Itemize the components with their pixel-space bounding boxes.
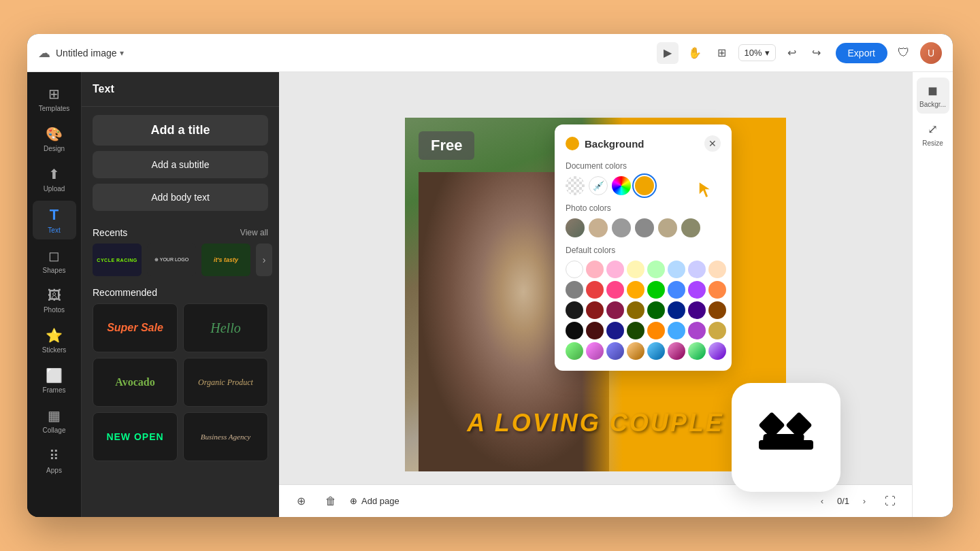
recent-item-its-tasty[interactable]: it's tasty	[201, 244, 250, 276]
default-black2[interactable]	[566, 322, 583, 339]
default-bright-orange[interactable]	[647, 322, 665, 339]
bg-close-button[interactable]: ✕	[704, 135, 721, 152]
add-subtitle-button[interactable]: Add a subtitle	[93, 151, 268, 178]
sidebar-item-frames[interactable]: ⬜ Frames	[33, 362, 76, 399]
default-grad-amber[interactable]	[627, 342, 644, 360]
default-grad-blue[interactable]	[606, 342, 624, 360]
add-page-button[interactable]: ⊕ Add page	[350, 496, 399, 506]
rec-item-super-sale[interactable]: Super Sale	[93, 303, 178, 352]
photo-swatch-3[interactable]	[635, 218, 654, 237]
transparent-swatch[interactable]	[566, 176, 585, 195]
export-button[interactable]: Export	[836, 43, 887, 63]
recents-next-button[interactable]: ›	[256, 244, 272, 276]
orange-swatch[interactable]	[635, 176, 654, 195]
rec-item-hello[interactable]: Hello	[183, 303, 268, 352]
right-panel-resize[interactable]: ⤢ Resize	[917, 116, 949, 152]
sidebar-item-collage[interactable]: ▦ Collage	[33, 402, 76, 439]
default-grad-lime[interactable]	[688, 342, 706, 360]
default-yellow-light[interactable]	[627, 261, 644, 278]
default-grad-pink[interactable]	[586, 342, 604, 360]
layout-button[interactable]: ⊞	[711, 42, 733, 64]
default-orange-light[interactable]	[708, 261, 726, 278]
default-black[interactable]	[566, 301, 583, 319]
default-gold[interactable]	[708, 322, 726, 339]
default-dark-orange[interactable]	[708, 301, 726, 319]
sidebar-item-design[interactable]: 🎨 Design	[33, 120, 76, 158]
default-orange[interactable]	[708, 281, 726, 299]
default-rose-light[interactable]	[606, 261, 624, 278]
recent-item-your-logo[interactable]: ⊕ YOUR LOGO	[147, 244, 196, 276]
default-forest[interactable]	[627, 322, 644, 339]
eyedropper-button[interactable]: 💉	[589, 176, 608, 195]
right-panel-background[interactable]: ◼ Backgr...	[917, 78, 949, 114]
default-hot-pink[interactable]	[606, 281, 624, 299]
default-dark-green[interactable]	[647, 301, 665, 319]
default-red[interactable]	[586, 281, 604, 299]
design-label: Design	[44, 145, 65, 152]
canvas-main-text[interactable]: A LOVING COUPLE	[405, 409, 786, 437]
canvas-delete-button[interactable]: 🗑	[320, 490, 342, 512]
fullscreen-button[interactable]: ⛶	[879, 490, 901, 512]
sidebar-item-shapes[interactable]: ◻ Shapes	[33, 242, 76, 280]
photos-icon: 🖼	[48, 288, 61, 303]
default-dark-purple[interactable]	[688, 301, 706, 319]
default-violet[interactable]	[688, 322, 706, 339]
next-page-button[interactable]: ›	[855, 492, 874, 511]
default-amber[interactable]	[627, 281, 644, 299]
save-icon[interactable]: ☁	[38, 46, 50, 61]
hand-tool-button[interactable]: ✋	[684, 42, 706, 64]
redo-button[interactable]: ↪	[806, 42, 828, 64]
recent-item-cycle-racing[interactable]: CYCLE RACING	[93, 244, 142, 276]
default-maroon[interactable]	[586, 322, 604, 339]
sidebar-item-stickers[interactable]: ⭐ Stickers	[33, 322, 76, 359]
rec-item-new-open[interactable]: NEW OPEN	[93, 412, 178, 461]
default-grad-sky[interactable]	[647, 342, 665, 360]
zoom-control[interactable]: 10% ▾	[738, 44, 776, 61]
sidebar-item-photos[interactable]: 🖼 Photos	[33, 282, 76, 319]
canvas-copy-button[interactable]: ⊕	[290, 490, 312, 512]
view-all-button[interactable]: View all	[240, 228, 268, 237]
add-title-button[interactable]: Add a title	[93, 115, 268, 146]
default-green-light[interactable]	[647, 261, 665, 278]
default-grad-purple[interactable]	[708, 342, 726, 360]
default-green[interactable]	[647, 281, 665, 299]
design-icon: 🎨	[46, 126, 63, 142]
default-purple[interactable]	[688, 281, 706, 299]
file-title[interactable]: Untitled image ▾	[56, 48, 124, 59]
photo-swatch-2[interactable]	[612, 218, 631, 237]
shield-button[interactable]: 🛡	[893, 42, 915, 64]
rec-item-business-agency[interactable]: Business Agency	[183, 412, 268, 461]
photo-swatch-4[interactable]	[658, 218, 677, 237]
add-body-button[interactable]: Add body text	[93, 184, 268, 211]
default-dark-blue[interactable]	[668, 301, 685, 319]
sidebar-item-apps[interactable]: ⠿ Apps	[33, 442, 76, 480]
photo-swatch-5[interactable]	[681, 218, 700, 237]
default-navy[interactable]	[606, 322, 624, 339]
default-blue-light[interactable]	[668, 261, 685, 278]
default-dark-rose[interactable]	[606, 301, 624, 319]
rec-item-avocado[interactable]: Avocado	[93, 358, 178, 407]
undo-button[interactable]: ↩	[781, 42, 803, 64]
default-grad-green[interactable]	[566, 342, 583, 360]
gradient-swatch[interactable]	[612, 176, 631, 195]
default-white[interactable]	[566, 261, 583, 278]
select-tool-button[interactable]: ▶	[657, 42, 679, 64]
default-purple-light[interactable]	[688, 261, 706, 278]
header-right: Export 🛡 U	[836, 42, 942, 64]
prev-page-button[interactable]: ‹	[813, 492, 832, 511]
avatar[interactable]: U	[920, 42, 942, 64]
default-dark-amber[interactable]	[627, 301, 644, 319]
default-gray[interactable]	[566, 281, 583, 299]
sidebar-item-text[interactable]: T Text	[33, 201, 76, 239]
sidebar-item-upload[interactable]: ⬆ Upload	[33, 161, 76, 198]
default-grad-rose[interactable]	[668, 342, 685, 360]
recents-title: Recents	[93, 227, 127, 238]
sidebar-item-templates[interactable]: ⊞ Templates	[33, 80, 76, 118]
rec-item-organic[interactable]: Organic Product	[183, 358, 268, 407]
zoom-level: 10%	[745, 48, 762, 58]
default-pink-light[interactable]	[586, 261, 604, 278]
default-blue[interactable]	[668, 281, 685, 299]
default-sky[interactable]	[668, 322, 685, 339]
default-dark-red[interactable]	[586, 301, 604, 319]
photo-swatch-1[interactable]	[589, 218, 608, 237]
